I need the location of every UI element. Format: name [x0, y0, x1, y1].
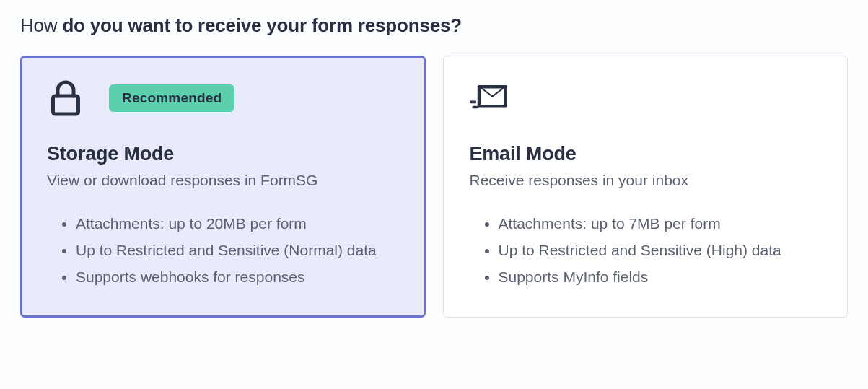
svg-rect-0 [53, 96, 79, 114]
response-mode-options: Recommended Storage Mode View or downloa… [20, 56, 848, 318]
svg-rect-2 [472, 106, 478, 109]
list-item: Up to Restricted and Sensitive (Normal) … [76, 237, 399, 264]
option-features-list: Attachments: up to 20MB per form Up to R… [47, 211, 399, 290]
lock-icon [47, 79, 84, 117]
option-title: Email Mode [470, 143, 822, 165]
option-storage-mode[interactable]: Recommended Storage Mode View or downloa… [20, 56, 426, 318]
recommended-badge: Recommended [109, 84, 234, 112]
list-item: Attachments: up to 7MB per form [499, 211, 822, 237]
list-item: Supports MyInfo fields [499, 264, 822, 291]
list-item: Supports webhooks for responses [76, 264, 399, 291]
option-subtitle: Receive responses in your inbox [470, 170, 822, 191]
list-item: Attachments: up to 20MB per form [76, 211, 399, 237]
option-email-mode[interactable]: Email Mode Receive responses in your inb… [443, 56, 849, 318]
option-features-list: Attachments: up to 7MB per form Up to Re… [470, 211, 822, 290]
mail-send-icon [470, 79, 507, 117]
page-title-main: do you want to receive your form respons… [62, 14, 461, 36]
option-subtitle: View or download responses in FormSG [47, 170, 399, 191]
page-title-prefix: How [20, 14, 62, 36]
page-title: How do you want to receive your form res… [20, 14, 848, 37]
option-title: Storage Mode [47, 143, 399, 165]
svg-rect-1 [470, 101, 476, 104]
card-header [470, 79, 822, 117]
list-item: Up to Restricted and Sensitive (High) da… [499, 237, 822, 264]
card-header: Recommended [47, 79, 399, 117]
